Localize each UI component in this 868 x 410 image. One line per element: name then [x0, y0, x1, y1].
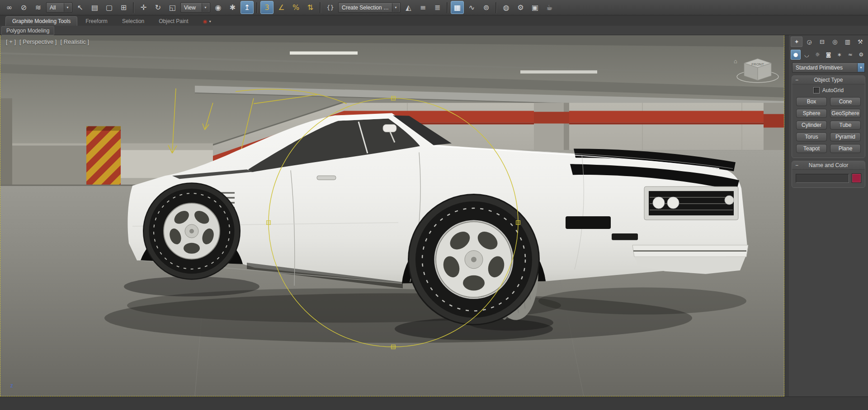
select-and-link-icon[interactable]: ∞: [3, 1, 16, 14]
perspective-viewport[interactable]: [ + ] [ Perspective ] [ Realistic ]: [0, 35, 784, 396]
viewport-label: [ + ] [ Perspective ] [ Realistic ]: [6, 38, 89, 45]
box-button[interactable]: Box: [796, 97, 827, 106]
percent-snap-icon[interactable]: %: [289, 1, 302, 14]
select-and-manipulate-icon[interactable]: ✱: [226, 1, 239, 14]
mirror-icon[interactable]: ◭: [402, 1, 415, 14]
rear-wheel: [143, 182, 241, 280]
ribbon-options-dropdown[interactable]: ◉ ▼: [203, 19, 212, 26]
modify-tab-icon[interactable]: ◶: [803, 37, 815, 47]
name-and-color-row: [792, 170, 865, 187]
angle-snap-icon[interactable]: ∠: [275, 1, 288, 14]
select-by-name-icon[interactable]: ▤: [88, 1, 101, 14]
object-type-title: Object Type: [800, 77, 857, 83]
keyboard-shortcut-override-icon[interactable]: ↥: [241, 1, 254, 14]
cylinder-button[interactable]: Cylinder: [796, 121, 827, 130]
toolbar-separator: [495, 2, 497, 13]
toolbar-separator: [133, 2, 134, 13]
graphite-modeling-toggle-icon[interactable]: ▦: [451, 1, 464, 14]
sphere-button[interactable]: Sphere: [796, 109, 827, 118]
systems-category-icon[interactable]: ⚙: [856, 50, 866, 60]
plane-button[interactable]: Plane: [830, 144, 861, 153]
tab-freeform[interactable]: Freeform: [79, 17, 114, 26]
named-selection-sets-value: Create Selection Se: [342, 5, 390, 11]
unlink-selection-icon[interactable]: ⊘: [17, 1, 30, 14]
coordinate-system-value: View: [184, 5, 199, 11]
use-pivot-point-center-icon[interactable]: ◉: [212, 1, 225, 14]
tube-button[interactable]: Tube: [830, 121, 861, 130]
helpers-category-icon[interactable]: ∗: [835, 50, 844, 60]
collapse-icon: −: [795, 77, 800, 83]
ribbon-options-icon: ◉: [203, 19, 208, 24]
autogrid-label: AutoGrid: [822, 87, 844, 93]
bind-to-space-warp-icon[interactable]: ≋: [32, 1, 45, 14]
align-icon[interactable]: ≡: [416, 1, 429, 14]
chevron-down-icon: ▼: [202, 3, 209, 12]
status-area: [0, 396, 868, 410]
object-name-input[interactable]: [796, 174, 849, 183]
curve-editor-icon[interactable]: ∿: [465, 1, 478, 14]
ribbon-tab-bar: Graphite Modeling Tools Freeform Selecti…: [0, 15, 868, 26]
rendered-frame-window-icon[interactable]: ▣: [528, 1, 542, 14]
viewport-shading-menu[interactable]: [ Realistic ]: [60, 38, 89, 45]
viewcube-face-label[interactable]: FRONT: [751, 62, 764, 66]
create-tab-icon[interactable]: ✦: [791, 37, 802, 47]
object-type-rollout-header[interactable]: − Object Type: [792, 76, 865, 84]
tab-object-paint[interactable]: Object Paint: [152, 17, 194, 26]
toolbar-separator: [320, 2, 321, 13]
material-editor-icon[interactable]: ◍: [500, 1, 513, 14]
toolbar-separator: [256, 2, 258, 13]
viewcube-home-icon[interactable]: ⌂: [734, 58, 737, 65]
axis-z-label: z: [10, 382, 13, 389]
object-color-swatch[interactable]: [852, 173, 861, 183]
cone-button[interactable]: Cone: [830, 97, 861, 106]
space-warps-category-icon[interactable]: ≈: [845, 50, 855, 60]
chevron-down-icon: ▼: [857, 63, 864, 72]
hierarchy-tab-icon[interactable]: ⊟: [816, 37, 828, 47]
tab-polygon-modeling[interactable]: Polygon Modeling: [1, 26, 54, 35]
render-setup-icon[interactable]: ⚙: [514, 1, 527, 14]
primitive-category-dropdown[interactable]: Standard Primitives ▼: [792, 62, 865, 73]
render-production-icon[interactable]: ☕: [543, 1, 556, 14]
reference-coordinate-dropdown[interactable]: View ▼: [180, 2, 210, 13]
autogrid-checkbox[interactable]: [813, 87, 820, 93]
primitive-buttons: Box Cone Sphere GeoSphere Cylinder Tube …: [792, 94, 865, 158]
selection-filter-dropdown[interactable]: All ▼: [46, 2, 72, 13]
name-and-color-rollout-header[interactable]: − Name and Color: [792, 161, 865, 170]
chevron-down-icon: ▼: [208, 20, 212, 23]
select-and-scale-icon[interactable]: ◱: [166, 1, 179, 14]
layer-manager-icon[interactable]: ≣: [431, 1, 444, 14]
cameras-category-icon[interactable]: ◙: [823, 50, 833, 60]
torus-button[interactable]: Torus: [796, 132, 827, 141]
utilities-tab-icon[interactable]: ⚒: [854, 37, 866, 47]
autogrid-row: AutoGrid: [792, 84, 865, 94]
viewport-scene[interactable]: FRONT ⌂ z: [0, 35, 784, 396]
pyramid-button[interactable]: Pyramid: [830, 132, 861, 141]
viewport-general-menu[interactable]: [ + ]: [6, 38, 16, 45]
collapse-icon: −: [795, 162, 800, 168]
geosphere-button[interactable]: GeoSphere: [830, 109, 861, 118]
viewport-pov-menu[interactable]: [ Perspective ]: [19, 38, 57, 45]
spinner-snap-icon[interactable]: ⇅: [304, 1, 317, 14]
tab-selection[interactable]: Selection: [116, 17, 151, 26]
teapot-button[interactable]: Teapot: [796, 144, 827, 153]
schematic-view-icon[interactable]: ⊚: [480, 1, 493, 14]
selection-filter-value: All: [50, 5, 61, 11]
select-and-move-icon[interactable]: ✛: [137, 1, 150, 14]
tab-graphite-modeling-tools[interactable]: Graphite Modeling Tools: [5, 16, 77, 26]
snap-toggle-3d-icon[interactable]: 3: [260, 1, 274, 14]
shapes-category-icon[interactable]: ◡: [802, 50, 811, 60]
geometry-category-icon[interactable]: ●: [791, 50, 801, 60]
window-crossing-icon[interactable]: ⊞: [117, 1, 130, 14]
lights-category-icon[interactable]: ☼: [812, 50, 822, 60]
object-type-rollout: − Object Type AutoGrid Box Cone Sphere G…: [792, 75, 865, 158]
main-toolbar: ∞ ⊘ ≋ All ▼ ↖ ▤ ▢ ⊞ ✛ ↻ ◱ View ▼ ◉ ✱ ↥ 3…: [0, 0, 868, 15]
named-selection-sets-dropdown[interactable]: Create Selection Se ▼: [338, 2, 401, 13]
edit-named-selection-sets-icon[interactable]: {}: [324, 1, 337, 14]
motion-tab-icon[interactable]: ◎: [829, 37, 841, 47]
rectangular-selection-region-icon[interactable]: ▢: [103, 1, 116, 14]
select-and-rotate-icon[interactable]: ↻: [151, 1, 165, 14]
command-panel-tabs: ✦ ◶ ⊟ ◎ ▥ ⚒: [789, 35, 868, 48]
display-tab-icon[interactable]: ▥: [842, 37, 854, 47]
chevron-down-icon: ▼: [64, 3, 71, 12]
select-object-icon[interactable]: ↖: [74, 1, 87, 14]
